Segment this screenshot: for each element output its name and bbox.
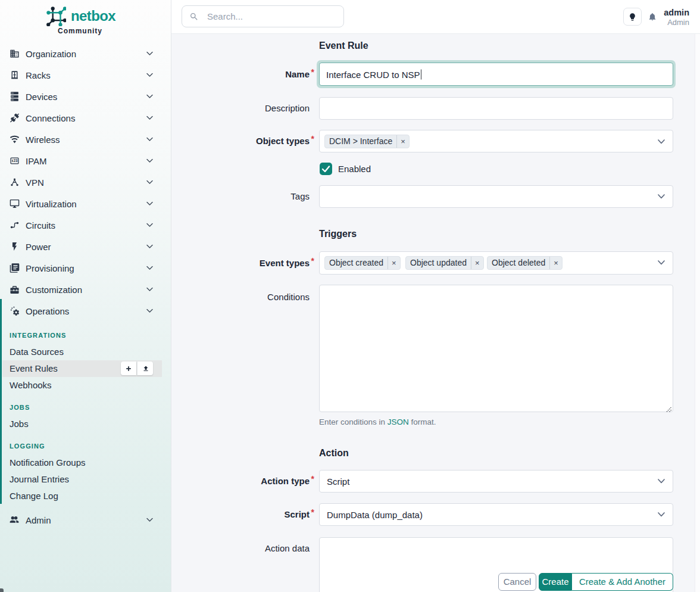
svg-text:23: 23 <box>14 158 18 163</box>
